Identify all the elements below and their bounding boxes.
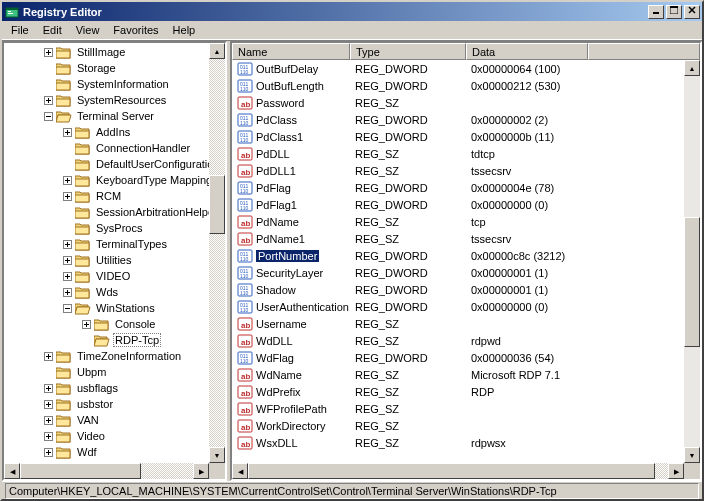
tree-item[interactable]: SessionArbitrationHelper — [6, 204, 209, 220]
expand-icon[interactable] — [44, 400, 53, 409]
expand-icon[interactable] — [63, 272, 72, 281]
menu-edit[interactable]: Edit — [36, 22, 69, 38]
tree-item[interactable]: AddIns — [6, 124, 209, 140]
tree-item[interactable]: SystemResources — [6, 92, 209, 108]
value-row[interactable]: abWsxDLLREG_SZrdpwsx — [232, 434, 684, 451]
tree-item[interactable]: DefaultUserConfiguration — [6, 156, 209, 172]
value-row[interactable]: 011110ShadowREG_DWORD0x00000001 (1) — [232, 281, 684, 298]
menu-file[interactable]: File — [4, 22, 36, 38]
value-row[interactable]: 011110OutBufDelayREG_DWORD0x00000064 (10… — [232, 60, 684, 77]
value-row[interactable]: 011110UserAuthenticationREG_DWORD0x00000… — [232, 298, 684, 315]
value-list[interactable]: 011110OutBufDelayREG_DWORD0x00000064 (10… — [232, 60, 684, 463]
column-type[interactable]: Type — [350, 43, 466, 60]
tree-item[interactable]: TerminalTypes — [6, 236, 209, 252]
tree-item[interactable]: VIDEO — [6, 268, 209, 284]
scroll-thumb[interactable] — [248, 463, 655, 479]
scroll-right-button[interactable]: ▶ — [668, 463, 684, 479]
tree-item[interactable]: TimeZoneInformation — [6, 348, 209, 364]
value-row[interactable]: 011110PdClassREG_DWORD0x00000002 (2) — [232, 111, 684, 128]
collapse-icon[interactable] — [44, 112, 53, 121]
scroll-up-button[interactable]: ▲ — [684, 60, 700, 76]
value-row[interactable]: abPdNameREG_SZtcp — [232, 213, 684, 230]
tree-item[interactable]: Wds — [6, 284, 209, 300]
value-row[interactable]: abPdName1REG_SZtssecsrv — [232, 230, 684, 247]
value-row[interactable]: 011110OutBufLengthREG_DWORD0x00000212 (5… — [232, 77, 684, 94]
expand-icon[interactable] — [63, 240, 72, 249]
string-value-icon: ab — [237, 95, 253, 111]
scroll-right-button[interactable]: ▶ — [193, 463, 209, 479]
expand-icon[interactable] — [44, 416, 53, 425]
value-row[interactable]: 011110PortNumberREG_DWORD0x00000c8c (321… — [232, 247, 684, 264]
tree-item[interactable]: RDP-Tcp — [6, 332, 209, 348]
tree-vscrollbar[interactable]: ▲ ▼ — [209, 43, 225, 463]
svg-text:ab: ab — [241, 406, 250, 415]
tree-item[interactable]: Storage — [6, 60, 209, 76]
key-tree[interactable]: StillImageStorageSystemInformationSystem… — [4, 43, 209, 461]
close-button[interactable] — [684, 5, 700, 19]
value-row[interactable]: 011110WdFlagREG_DWORD0x00000036 (54) — [232, 349, 684, 366]
tree-item[interactable]: Ubpm — [6, 364, 209, 380]
tree-item[interactable]: usbflags — [6, 380, 209, 396]
column-data[interactable]: Data — [466, 43, 588, 60]
menu-favorites[interactable]: Favorites — [106, 22, 165, 38]
expand-icon[interactable] — [44, 48, 53, 57]
value-row[interactable]: 011110PdClass1REG_DWORD0x0000000b (11) — [232, 128, 684, 145]
expand-icon[interactable] — [44, 352, 53, 361]
tree-item[interactable]: ConnectionHandler — [6, 140, 209, 156]
tree-item[interactable]: StillImage — [6, 44, 209, 60]
tree-item[interactable]: WinStations — [6, 300, 209, 316]
tree-item[interactable]: usbstor — [6, 396, 209, 412]
expand-icon[interactable] — [44, 432, 53, 441]
expand-icon[interactable] — [82, 320, 91, 329]
scroll-down-button[interactable]: ▼ — [684, 447, 700, 463]
expand-icon[interactable] — [44, 96, 53, 105]
value-row[interactable]: abWdPrefixREG_SZRDP — [232, 383, 684, 400]
list-hscrollbar[interactable]: ◀ ▶ — [232, 463, 684, 479]
value-row[interactable]: abWdDLLREG_SZrdpwd — [232, 332, 684, 349]
value-row[interactable]: abWFProfilePathREG_SZ — [232, 400, 684, 417]
scroll-up-button[interactable]: ▲ — [209, 43, 225, 59]
tree-item[interactable]: RCM — [6, 188, 209, 204]
expand-icon[interactable] — [63, 288, 72, 297]
expand-icon[interactable] — [63, 192, 72, 201]
tree-item[interactable]: Wdf — [6, 444, 209, 460]
tree-item[interactable]: VAN — [6, 412, 209, 428]
expand-icon[interactable] — [63, 128, 72, 137]
value-row[interactable]: 011110PdFlag1REG_DWORD0x00000000 (0) — [232, 196, 684, 213]
scroll-thumb[interactable] — [209, 175, 225, 233]
value-row[interactable]: abPdDLL1REG_SZtssecsrv — [232, 162, 684, 179]
value-row[interactable]: abWorkDirectoryREG_SZ — [232, 417, 684, 434]
expand-icon[interactable] — [63, 256, 72, 265]
expand-icon[interactable] — [63, 176, 72, 185]
tree-item[interactable]: Console — [6, 316, 209, 332]
value-row[interactable]: 011110SecurityLayerREG_DWORD0x00000001 (… — [232, 264, 684, 281]
value-row[interactable]: abPdDLLREG_SZtdtcp — [232, 145, 684, 162]
tree-item[interactable]: KeyboardType Mapping — [6, 172, 209, 188]
minimize-button[interactable] — [648, 5, 664, 19]
tree-item[interactable]: SysProcs — [6, 220, 209, 236]
column-name[interactable]: Name — [232, 43, 350, 60]
tree-item[interactable]: Video — [6, 428, 209, 444]
menu-help[interactable]: Help — [166, 22, 203, 38]
expand-icon[interactable] — [44, 384, 53, 393]
value-row[interactable]: 011110PdFlagREG_DWORD0x0000004e (78) — [232, 179, 684, 196]
list-vscrollbar[interactable]: ▲ ▼ — [684, 60, 700, 463]
value-row[interactable]: abUsernameREG_SZ — [232, 315, 684, 332]
scroll-thumb[interactable] — [20, 463, 141, 479]
tree-hscrollbar[interactable]: ◀ ▶ — [4, 463, 209, 479]
titlebar[interactable]: Registry Editor — [2, 2, 702, 21]
scroll-left-button[interactable]: ◀ — [232, 463, 248, 479]
menu-view[interactable]: View — [69, 22, 107, 38]
value-row[interactable]: abPasswordREG_SZ — [232, 94, 684, 111]
maximize-button[interactable] — [666, 5, 682, 19]
tree-item[interactable]: Utilities — [6, 252, 209, 268]
tree-item[interactable]: SystemInformation — [6, 76, 209, 92]
value-row[interactable]: abWdNameREG_SZMicrosoft RDP 7.1 — [232, 366, 684, 383]
scroll-left-button[interactable]: ◀ — [4, 463, 20, 479]
value-type: REG_DWORD — [350, 250, 466, 262]
expand-icon[interactable] — [44, 448, 53, 457]
collapse-icon[interactable] — [63, 304, 72, 313]
scroll-thumb[interactable] — [684, 217, 700, 347]
tree-item[interactable]: Terminal Server — [6, 108, 209, 124]
scroll-down-button[interactable]: ▼ — [209, 447, 225, 463]
